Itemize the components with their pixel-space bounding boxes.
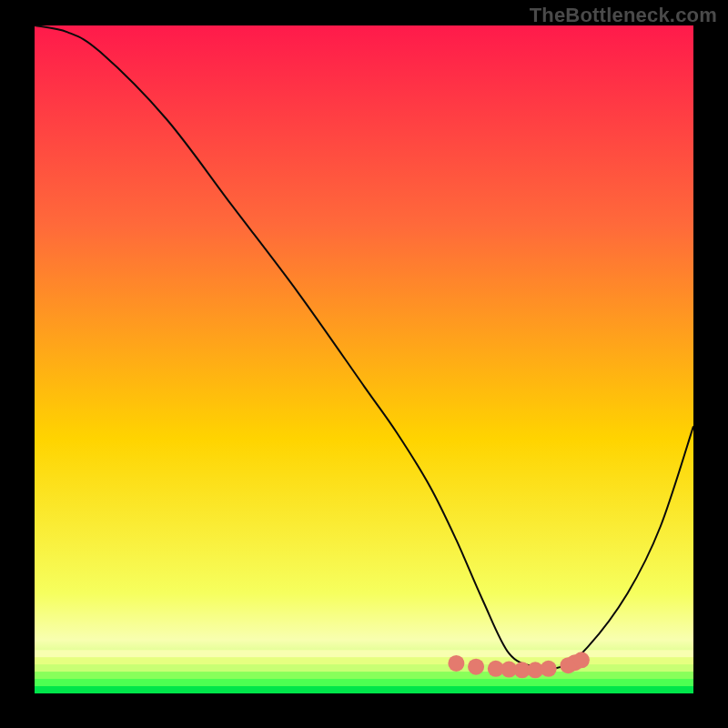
bottom-band xyxy=(35,657,693,664)
watermark-text: TheBottleneck.com xyxy=(530,4,717,27)
bottom-band xyxy=(35,664,693,672)
bottom-band xyxy=(35,650,693,657)
marker-dot xyxy=(573,652,590,668)
marker-dot xyxy=(448,655,464,672)
chart-svg xyxy=(35,25,693,693)
bottom-bands xyxy=(35,650,693,693)
plot-area xyxy=(35,25,693,693)
marker-dot xyxy=(468,659,484,675)
bottom-band xyxy=(35,679,693,686)
bottom-band xyxy=(35,686,693,693)
chart-frame: TheBottleneck.com xyxy=(0,0,728,728)
bottom-band xyxy=(35,672,693,679)
marker-dot xyxy=(541,661,557,677)
gradient-background xyxy=(35,25,693,693)
